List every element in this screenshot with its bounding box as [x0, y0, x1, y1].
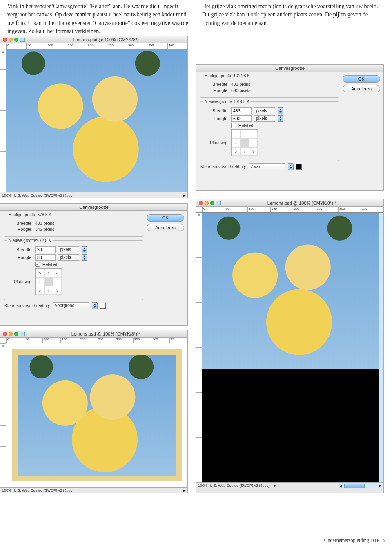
current-size-label: Huidige grootte:1014,8 K: [203, 74, 251, 78]
width-unit-select[interactable]: pixels: [58, 246, 79, 253]
width-input[interactable]: [231, 107, 252, 114]
extension-color-select[interactable]: Voorgrond: [53, 302, 89, 309]
canvas-size-dialog-2: Canvasgrootte Huidige grootte:1014,8 K B…: [196, 64, 384, 191]
height-unit-stepper[interactable]: [278, 115, 283, 122]
left-paragraph: Vink in het venster 'Canvasgrootte' "Rel…: [7, 2, 190, 36]
height-input[interactable]: [35, 254, 56, 261]
ok-button[interactable]: OK: [343, 75, 380, 83]
intro-text: Vink in het venster 'Canvasgrootte' "Rel…: [0, 0, 392, 36]
close-icon[interactable]: [3, 38, 7, 42]
new-size-label: Nieuwe grootte:672,8 K: [7, 238, 53, 243]
close-icon[interactable]: [3, 332, 7, 336]
zoom-icon[interactable]: [14, 38, 18, 42]
right-paragraph: Het grijze vlak omringd met pijlen is de…: [202, 2, 385, 36]
zoom-icon[interactable]: [210, 201, 214, 205]
statusbar: 100% U.S. Web Coated (SWOP) v2 (8bpc) ▶: [0, 192, 187, 198]
black-canvas-extension: [202, 369, 379, 482]
ruler-vertical: 0: [196, 213, 202, 482]
height-unit-select[interactable]: pixels: [58, 254, 79, 261]
ruler-horizontal: 05010015020025030035040045: [0, 338, 187, 343]
document-icon: [20, 332, 25, 336]
ruler-vertical: 0: [0, 49, 6, 192]
minimize-icon[interactable]: [205, 201, 209, 205]
page-footer: Ondernemersopleiding DTP 5: [324, 537, 385, 544]
footer-text: Ondernemersopleiding DTP: [324, 537, 379, 543]
titlebar[interactable]: Lemons.psd @ 100% (CMYK/8*): [0, 36, 187, 43]
scrollbar-arrow-right[interactable]: ▶: [379, 483, 383, 488]
height-input[interactable]: [231, 115, 252, 122]
width-unit-stepper[interactable]: [82, 246, 87, 253]
zoom-value[interactable]: 100%: [198, 483, 207, 488]
color-swatch[interactable]: [296, 164, 302, 170]
dialog-title: Canvasgrootte: [199, 66, 381, 71]
height-unit-select[interactable]: pixels: [254, 115, 275, 122]
width-input[interactable]: [35, 246, 56, 253]
anchor-grid[interactable]: ↖↑↗ ←→ ↙↓↘: [35, 268, 62, 295]
image-canvas[interactable]: [6, 49, 187, 192]
relative-label: Relatief: [42, 262, 57, 267]
photoshop-window-2: Lemons.psd @ 100% (CMYK/8*) * 0501001502…: [0, 330, 188, 493]
relative-checkbox[interactable]: [231, 123, 236, 128]
new-size-group: Nieuwe grootte:1014,8 K Breedte: pixels …: [200, 99, 339, 161]
profile-info: U.S. Web Coated (SWOP) v2 (8bpc): [14, 488, 74, 492]
window-title: Lemons.psd @ 100% (CMYK/8*) *: [27, 331, 185, 336]
photoshop-window-3: Lemons.psd @ 100% (CMYK/8*) * 0501001502…: [196, 199, 384, 493]
close-icon[interactable]: [199, 201, 203, 205]
zoom-value[interactable]: 100%: [2, 193, 11, 197]
extension-color-stepper[interactable]: [92, 302, 98, 309]
height-unit-stepper[interactable]: [82, 254, 87, 261]
current-size-label: Huidige grootte:578,5 K: [7, 213, 53, 217]
statusbar: 100% U.S. Web Coated (SWOP) v2 (8bpc) ▶: [0, 487, 187, 493]
window-title: Lemons.psd @ 100% (CMYK/8*): [27, 37, 185, 42]
ok-button[interactable]: OK: [147, 214, 184, 222]
lemons-photo: [202, 213, 379, 369]
width-unit-stepper[interactable]: [278, 107, 283, 114]
photoshop-window-1: Lemons.psd @ 100% (CMYK/8*) 050100150200…: [0, 36, 188, 198]
extension-color-stepper[interactable]: [288, 163, 294, 170]
current-size-group: Huidige grootte:578,5 K Breedte:433 pixe…: [4, 213, 143, 237]
current-size-group: Huidige grootte:1014,8 K Breedte:433 pix…: [200, 74, 339, 98]
canvas-size-dialog-1: Canvasgrootte Huidige grootte:578,5 K Br…: [0, 203, 188, 326]
titlebar[interactable]: Lemons.psd @ 100% (CMYK/8*) *: [196, 199, 383, 207]
relative-label: Relatief: [238, 123, 253, 128]
width-unit-select[interactable]: pixels: [254, 107, 275, 114]
zoom-icon[interactable]: [14, 332, 18, 336]
dialog-titlebar[interactable]: Canvasgrootte: [196, 65, 383, 72]
new-size-label: Nieuwe grootte:1014,8 K: [203, 99, 251, 104]
extension-color-label: Kleur canvasuitbreiding:: [200, 164, 246, 169]
document-icon: [20, 38, 25, 42]
zoom-value[interactable]: 100%: [2, 488, 11, 492]
image-canvas[interactable]: [202, 213, 383, 482]
extension-color-label: Kleur canvasuitbreiding:: [4, 303, 50, 308]
dialog-title: Canvasgrootte: [3, 205, 185, 210]
anchor-grid[interactable]: ←→ ↙↓↘: [231, 129, 258, 156]
ruler-vertical: 0: [0, 343, 6, 487]
titlebar[interactable]: Lemons.psd @ 100% (CMYK/8*) *: [0, 330, 187, 338]
new-size-group: Nieuwe grootte:672,8 K Breedte: pixels H…: [4, 238, 143, 300]
window-title: Lemons.psd @ 100% (CMYK/8*) *: [223, 201, 381, 206]
document-icon: [216, 201, 221, 205]
cancel-button[interactable]: Annuleren: [343, 85, 380, 92]
statusbar: 100% U.S. Web Coated (SWOP) v2 (8bpc) ▶ …: [196, 482, 383, 488]
horizontal-scrollbar[interactable]: ◀ ▶: [339, 483, 383, 488]
ruler-horizontal: 050100150200250300350: [196, 207, 383, 213]
profile-info: U.S. Web Coated (SWOP) v2 (8bpc): [210, 483, 270, 488]
ruler-horizontal: 050100150200250300350400: [0, 43, 187, 49]
extension-color-select[interactable]: Zwart: [249, 163, 285, 170]
relative-checkbox[interactable]: ✓: [35, 262, 40, 267]
lemons-photo: [18, 355, 176, 476]
scrollbar-thumb[interactable]: [344, 484, 365, 488]
dialog-titlebar[interactable]: Canvasgrootte: [0, 204, 187, 211]
cancel-button[interactable]: Annuleren: [147, 224, 184, 231]
lemons-photo: [6, 49, 187, 192]
minimize-icon[interactable]: [9, 332, 13, 336]
profile-info: U.S. Web Coated (SWOP) v2 (8bpc): [14, 193, 74, 197]
color-swatch[interactable]: [100, 303, 106, 309]
image-canvas[interactable]: [6, 343, 187, 487]
page-number: 5: [383, 537, 385, 543]
minimize-icon[interactable]: [9, 38, 13, 42]
